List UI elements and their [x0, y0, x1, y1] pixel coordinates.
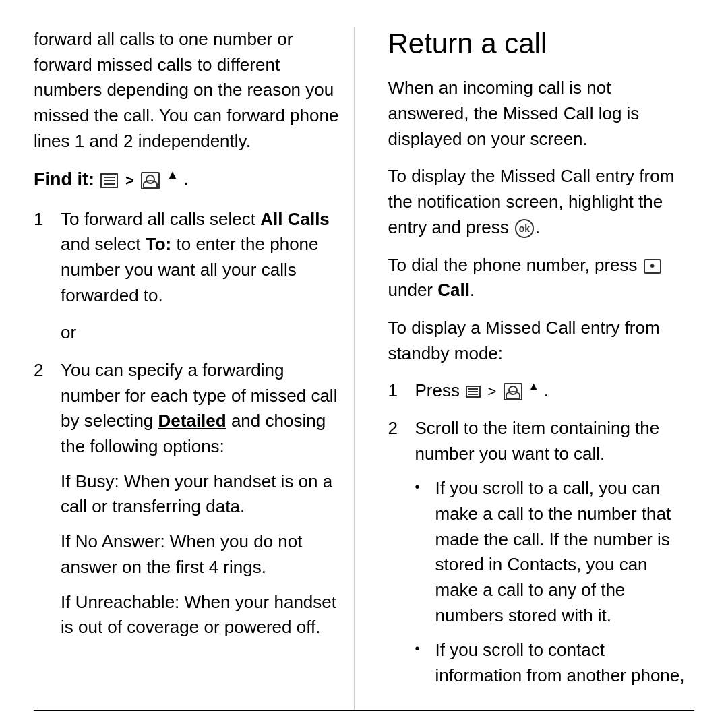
left-column: forward all calls to one number or forwa…	[34, 27, 355, 710]
right-para1: When an incoming call is not answered, t…	[388, 75, 695, 152]
if-no-answer: If No Answer: When you do not answer on …	[61, 529, 340, 580]
list-item-1: 1 To forward all calls select All Calls …	[34, 207, 340, 309]
list-content-2: You can specify a forwarding number for …	[61, 358, 340, 640]
page-container: forward all calls to one number or forwa…	[0, 0, 728, 728]
contacts-icon	[141, 172, 160, 189]
superscript-arrow: ▲	[166, 168, 179, 181]
footer-section: Calls	[74, 725, 115, 728]
right-list-item-2: 2 Scroll to the item containing the numb…	[388, 416, 695, 698]
content-columns: forward all calls to one number or forwa…	[34, 27, 694, 710]
ok-button-icon: ok	[515, 219, 534, 238]
bold-call: Call	[437, 280, 470, 300]
find-it-line: Find it: > ▲ .	[34, 166, 340, 193]
bullet-content-1: If you scroll to a call, you can make a …	[435, 476, 695, 628]
bold-detailed: Detailed	[158, 411, 226, 431]
right-para2: To display the Missed Call entry from th…	[388, 164, 695, 240]
right-list-content-2: Scroll to the item containing the number…	[415, 416, 695, 698]
list-number-1: 1	[34, 207, 61, 233]
right-list-item-1: 1 Press > ▲ .	[388, 378, 695, 404]
left-numbered-list: 1 To forward all calls select All Calls …	[34, 207, 340, 309]
section-title: Return a call	[388, 27, 695, 61]
page-footer: 58 Calls	[34, 710, 694, 728]
left-intro: forward all calls to one number or forwa…	[34, 27, 340, 154]
right-contacts-icon	[504, 383, 522, 400]
find-it-label: Find it:	[34, 169, 94, 189]
page-number: 58	[34, 725, 54, 728]
right-list-content-1: Press > ▲ .	[415, 378, 695, 404]
bullet-dot-2: •	[415, 638, 435, 659]
right-superscript: ▲	[528, 381, 539, 392]
right-numbered-list: 1 Press > ▲ . 2 Scroll to the item conta…	[388, 378, 695, 698]
or-separator: or	[61, 320, 340, 346]
right-list-number-2: 2	[388, 416, 415, 442]
bullet-dot-1: •	[415, 476, 435, 497]
list-number-2: 2	[34, 358, 61, 384]
right-list-number-1: 1	[388, 378, 415, 404]
menu-icon-right	[466, 386, 481, 398]
bold-all-calls: All Calls	[260, 209, 330, 229]
list-item-2: 2 You can specify a forwarding number fo…	[34, 358, 340, 640]
left-numbered-list-2: 2 You can specify a forwarding number fo…	[34, 358, 340, 640]
right-column: Return a call When an incoming call is n…	[382, 27, 695, 710]
right-arrow-icon: >	[487, 381, 496, 402]
if-unreachable: If Unreachable: When your handset is out…	[61, 590, 340, 640]
list-content-1: To forward all calls select All Calls an…	[61, 207, 340, 309]
bullet-item-2: • If you scroll to contact information f…	[415, 638, 695, 688]
menu-button-icon	[100, 173, 118, 188]
arrow-icon: >	[125, 170, 134, 191]
call-button-icon: ●	[644, 259, 661, 274]
bullet-list: • If you scroll to a call, you can make …	[415, 476, 695, 689]
if-busy: If Busy: When your handset is on a call …	[61, 469, 340, 520]
bold-to: To:	[146, 234, 172, 254]
bullet-content-2: If you scroll to contact information fro…	[435, 638, 695, 688]
right-para4: To display a Missed Call entry from stan…	[388, 315, 695, 366]
menu-icon-find	[99, 169, 125, 189]
right-para3: To dial the phone number, press ● under …	[388, 253, 695, 303]
bullet-item-1: • If you scroll to a call, you can make …	[415, 476, 695, 628]
